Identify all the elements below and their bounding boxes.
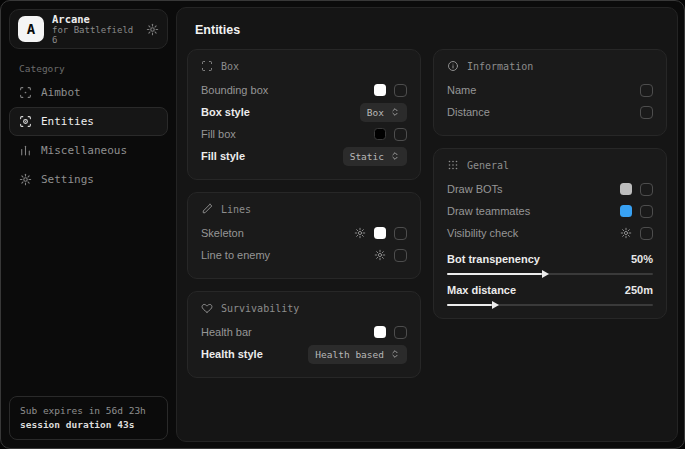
card-information-header: Information xyxy=(447,60,653,72)
brand-title: Arcane xyxy=(52,13,138,25)
row-fill-style: Fill style Static xyxy=(201,145,407,167)
row-label: Health bar xyxy=(201,326,252,338)
card-box-header: Box xyxy=(201,60,407,72)
skeleton-checkbox[interactable] xyxy=(394,227,407,240)
row-line-to-enemy: Line to enemy xyxy=(201,244,407,266)
row-draw-bots: Draw BOTs xyxy=(447,178,653,200)
dropdown-value: Box xyxy=(367,107,384,118)
sidebar-nav: Aimbot Entities Miscellaneous Settings xyxy=(9,78,168,194)
card-survivability: Survivability Health bar Health style He… xyxy=(187,291,421,378)
slider-value: 250m xyxy=(625,284,653,296)
row-label: Line to enemy xyxy=(201,249,270,261)
slider-label: Max distance xyxy=(447,284,516,296)
row-label: Visibility check xyxy=(447,227,518,239)
row-label: Distance xyxy=(447,106,490,118)
draw-bots-checkbox[interactable] xyxy=(640,183,653,196)
scan-eye-icon xyxy=(19,115,32,128)
columns: Box Bounding box Box style Box xyxy=(187,49,667,378)
draw-teammates-checkbox[interactable] xyxy=(640,205,653,218)
main-panel: Entities Box Bounding box xyxy=(176,7,678,442)
gear-icon xyxy=(19,173,32,186)
card-box: Box Bounding box Box style Box xyxy=(187,49,421,180)
heart-icon xyxy=(201,302,213,314)
info-icon xyxy=(447,60,459,72)
dots-grid-icon xyxy=(447,159,459,171)
card-header-label: Box xyxy=(221,61,239,72)
brand-card: A Arcane for Battlefield 6 xyxy=(9,9,168,49)
card-general-header: General xyxy=(447,159,653,171)
box-style-dropdown[interactable]: Box xyxy=(360,103,407,122)
fill-style-dropdown[interactable]: Static xyxy=(343,147,407,166)
line-to-enemy-checkbox[interactable] xyxy=(394,249,407,262)
card-general: General Draw BOTs Draw teammates xyxy=(433,148,667,319)
visibility-check-checkbox[interactable] xyxy=(640,227,653,240)
chevrons-up-down-icon xyxy=(390,349,400,359)
visibility-options-gear-icon[interactable] xyxy=(620,227,632,239)
dropdown-value: Static xyxy=(350,151,384,162)
row-label: Box style xyxy=(201,106,250,118)
bars-icon xyxy=(19,144,32,157)
fill-box-checkbox[interactable] xyxy=(394,128,407,141)
slider-thumb[interactable] xyxy=(492,301,499,309)
color-swatch[interactable] xyxy=(374,227,386,239)
right-column: Information Name Distance xyxy=(433,49,667,378)
scan-corners-icon xyxy=(201,60,213,72)
row-skeleton: Skeleton xyxy=(201,222,407,244)
brand-text: Arcane for Battlefield 6 xyxy=(52,13,138,46)
row-label: Draw teammates xyxy=(447,205,530,217)
color-swatch[interactable] xyxy=(374,128,386,140)
slider-fill xyxy=(447,304,492,306)
row-label: Fill box xyxy=(201,128,236,140)
bounding-box-checkbox[interactable] xyxy=(394,84,407,97)
health-bar-checkbox[interactable] xyxy=(394,326,407,339)
name-checkbox[interactable] xyxy=(640,84,653,97)
slider-thumb[interactable] xyxy=(542,270,549,278)
bot-transparency-slider[interactable] xyxy=(447,273,653,275)
sidebar-item-aimbot[interactable]: Aimbot xyxy=(9,78,168,107)
sidebar-item-label: Miscellaneous xyxy=(41,144,127,157)
card-lines: Lines Skeleton Line to enemy xyxy=(187,192,421,279)
sidebar-item-settings[interactable]: Settings xyxy=(9,165,168,194)
chevrons-up-down-icon xyxy=(390,107,400,117)
card-information: Information Name Distance xyxy=(433,49,667,136)
page-title: Entities xyxy=(195,23,667,37)
distance-checkbox[interactable] xyxy=(640,106,653,119)
sidebar: A Arcane for Battlefield 6 Category Aimb… xyxy=(1,1,176,448)
subscription-info: Sub expires in 56d 23h session duration … xyxy=(9,396,168,441)
card-header-label: Lines xyxy=(221,204,251,215)
card-header-label: Information xyxy=(467,61,533,72)
row-health-bar: Health bar xyxy=(201,321,407,343)
color-swatch[interactable] xyxy=(374,326,386,338)
skeleton-options-gear-icon[interactable] xyxy=(354,227,366,239)
row-health-style: Health style Health based xyxy=(201,343,407,365)
row-label: Bounding box xyxy=(201,84,268,96)
app-logo: A xyxy=(18,16,44,42)
sidebar-item-label: Aimbot xyxy=(41,86,81,99)
line-to-enemy-options-gear-icon[interactable] xyxy=(374,249,386,261)
color-swatch[interactable] xyxy=(374,84,386,96)
slider-fill xyxy=(447,273,542,275)
row-label: Name xyxy=(447,84,476,96)
card-survivability-header: Survivability xyxy=(201,302,407,314)
health-style-dropdown[interactable]: Health based xyxy=(308,345,407,364)
row-label: Fill style xyxy=(201,150,245,162)
card-header-label: General xyxy=(467,160,509,171)
sidebar-item-miscellaneous[interactable]: Miscellaneous xyxy=(9,136,168,165)
left-column: Box Bounding box Box style Box xyxy=(187,49,421,378)
row-distance: Distance xyxy=(447,101,653,123)
card-header-label: Survivability xyxy=(221,303,299,314)
sidebar-item-entities[interactable]: Entities xyxy=(9,107,168,136)
sidebar-item-label: Settings xyxy=(41,173,94,186)
card-lines-header: Lines xyxy=(201,203,407,215)
row-draw-teammates: Draw teammates xyxy=(447,200,653,222)
crosshair-icon xyxy=(19,86,32,99)
max-distance-slider[interactable] xyxy=(447,304,653,306)
brand-gear-icon[interactable] xyxy=(146,23,159,36)
color-swatch[interactable] xyxy=(620,205,632,217)
row-label: Draw BOTs xyxy=(447,183,503,195)
slider-value: 50% xyxy=(631,253,653,265)
color-swatch[interactable] xyxy=(620,183,632,195)
sub-expiry-text: Sub expires in 56d 23h xyxy=(20,404,157,418)
category-label: Category xyxy=(19,63,168,74)
row-bounding-box: Bounding box xyxy=(201,79,407,101)
